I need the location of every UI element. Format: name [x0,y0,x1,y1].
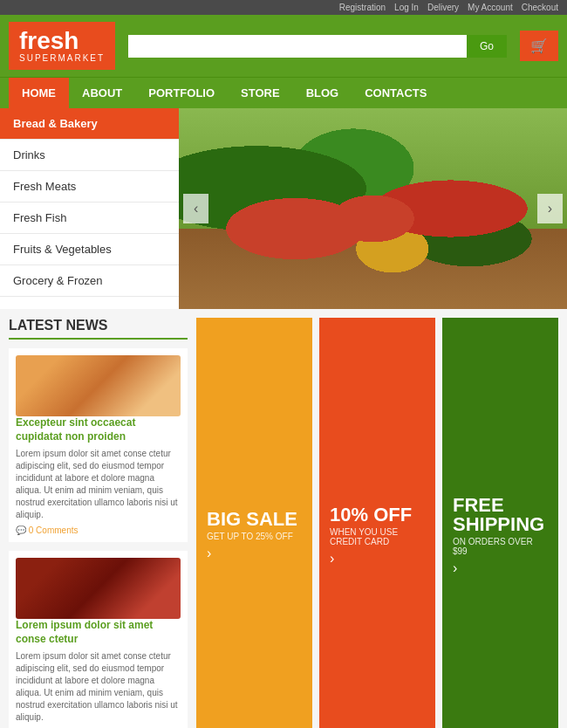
search-button[interactable]: Go [467,35,507,58]
news-1-text: Lorem ipsum dolor sit amet conse ctetur … [16,448,181,521]
news-2-text: Lorem ipsum dolor sit amet conse ctetur … [16,650,181,724]
promo-free-ship-arrow: › [453,560,548,576]
news-1-title: Excepteur sint occaecat cupidatat non pr… [16,416,181,443]
promo-big-sale-sub: GET UP TO 25% OFF [207,532,302,541]
sidebar-item-grocery[interactable]: Grocery & Frozen [0,265,179,297]
registration-link[interactable]: Registration [339,3,386,12]
latest-news-section: LATEST NEWS Excepteur sint occaecat cupi… [9,318,188,728]
hero-prev-button[interactable]: ‹ [183,194,208,223]
main-nav: HOME ABOUT PORTFOLIO STORE BLOG CONTACTS [0,77,567,108]
news-item-2: Lorem ipsum dolor sit amet conse ctetur … [9,551,188,728]
cart-button[interactable]: 🛒 [520,31,558,61]
logo-fresh-text: fresh [19,29,105,53]
promo-free-ship-banner[interactable]: FREE SHIPPING ON ORDERS OVER $99 › [442,318,558,728]
nav-store[interactable]: STORE [228,78,293,108]
sidebar-item-bread[interactable]: Bread & Bakery [0,108,179,140]
latest-news-title: LATEST NEWS [9,318,188,340]
delivery-link[interactable]: Delivery [427,3,459,12]
hero-next-button[interactable]: › [537,194,563,223]
sidebar-item-fruits-veg[interactable]: Fruits & Vegetables [0,234,179,265]
header-main: fresh SUPERMARKET Go 🛒 [0,15,567,77]
promo-big-sale-banner[interactable]: BIG SALE GET UP TO 25% OFF › [196,318,312,728]
checkout-link[interactable]: Checkout [522,3,558,12]
comment-icon: 💬 [16,525,26,535]
content-area: LATEST NEWS Excepteur sint occaecat cupi… [0,309,567,728]
news-item-1: Excepteur sint occaecat cupidatat non pr… [9,348,188,542]
promo-10off-title: 10% OFF [330,505,425,525]
promo-10off-banner[interactable]: 10% OFF WHEN YOU USE CREDIT CARD › [319,318,435,728]
promo-free-ship-sub: ON ORDERS OVER $99 [453,537,548,556]
news-image-salmon [16,355,181,416]
sidebar-item-drinks[interactable]: Drinks [0,140,179,171]
news-1-comments[interactable]: 💬 0 Comments [16,525,181,535]
nav-home[interactable]: HOME [9,78,69,108]
news-2-title: Lorem ipsum dolor sit amet conse ctetur [16,619,181,646]
login-link[interactable]: Log In [394,3,419,12]
header-top-bar: Registration Log In Delivery My Account … [0,0,567,15]
logo-super-text: SUPERMARKET [19,53,105,63]
promo-10off-sub: WHEN YOU USE CREDIT CARD [330,527,425,546]
logo[interactable]: fresh SUPERMARKET [9,22,115,70]
nav-portfolio[interactable]: PORTFOLIO [135,78,228,108]
promo-10off-arrow: › [330,551,425,567]
sidebar: Bread & Bakery Drinks Fresh Meats Fresh … [0,108,179,309]
news-promo-row: LATEST NEWS Excepteur sint occaecat cupi… [9,318,558,728]
promo-big-sale-title: BIG SALE [207,510,302,529]
promo-big-sale-arrow: › [207,546,302,561]
news-image-meat [16,558,181,619]
hero-image: ‹ › [179,108,567,309]
promo-row: BIG SALE GET UP TO 25% OFF › 10% OFF WHE… [196,318,558,728]
main-content: Bread & Bakery Drinks Fresh Meats Fresh … [0,108,567,309]
sidebar-item-fresh-meats[interactable]: Fresh Meats [0,171,179,203]
nav-about[interactable]: ABOUT [69,78,135,108]
promo-free-ship-title: FREE SHIPPING [453,496,548,534]
myaccount-link[interactable]: My Account [468,3,513,12]
search-input[interactable] [128,35,467,58]
sidebar-item-fresh-fish[interactable]: Fresh Fish [0,203,179,234]
promo-banners: BIG SALE GET UP TO 25% OFF › 10% OFF WHE… [196,318,558,728]
hero-vegetables-visual [179,108,567,309]
hero-area: ‹ › [179,108,567,309]
search-bar: Go [128,35,507,58]
nav-blog[interactable]: BLOG [293,78,352,108]
nav-contacts[interactable]: CONTACTS [352,78,440,108]
